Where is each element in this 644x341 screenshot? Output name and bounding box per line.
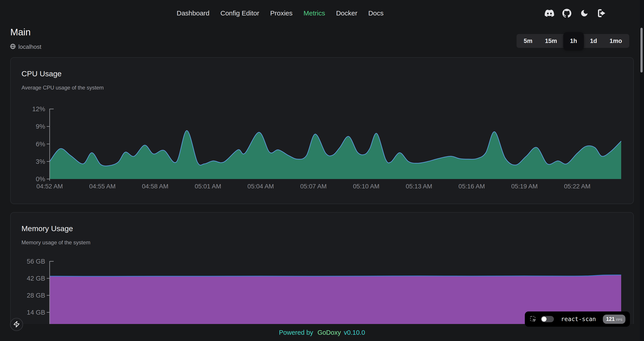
nav-item-docs[interactable]: Docs: [368, 10, 384, 17]
time-range-15m[interactable]: 15m: [539, 34, 563, 48]
svg-text:05:22 AM: 05:22 AM: [564, 183, 590, 190]
zap-button[interactable]: [10, 318, 23, 331]
svg-text:9%: 9%: [36, 123, 45, 130]
github-icon[interactable]: [562, 9, 572, 18]
svg-text:42 GB: 42 GB: [27, 275, 45, 282]
svg-text:05:13 AM: 05:13 AM: [406, 183, 432, 190]
svg-text:04:52 AM: 04:52 AM: [36, 183, 63, 190]
nav-item-docker[interactable]: Docker: [336, 10, 357, 17]
svg-text:0%: 0%: [36, 175, 45, 183]
footer-godoxy-link[interactable]: GoDoxy: [318, 329, 341, 336]
cpu-usage-chart: 12%9%6%3%0%04:52 AM04:55 AM04:58 AM05:01…: [14, 103, 630, 199]
theme-toggle-moon-icon[interactable]: [580, 9, 589, 18]
react-scan-toggle[interactable]: [541, 316, 554, 322]
scrollbar-thumb[interactable]: [640, 28, 643, 73]
svg-text:05:10 AM: 05:10 AM: [353, 183, 379, 190]
top-icon-bar: [545, 0, 606, 27]
react-scan-widget: react-scan 121 FPS: [525, 311, 630, 327]
cpu-card-title: CPU Usage: [22, 69, 62, 78]
cpu-card-subtitle: Average CPU usage of the system: [22, 85, 104, 91]
godoxy-metrics-page: Dashboard Config Editor Proxies Metrics …: [0, 0, 644, 341]
top-nav: Dashboard Config Editor Proxies Metrics …: [177, 0, 384, 27]
host-label: localhost: [18, 44, 41, 50]
memory-card-title: Memory Usage: [22, 224, 73, 233]
svg-text:04:58 AM: 04:58 AM: [142, 183, 168, 190]
discord-icon[interactable]: [545, 9, 554, 18]
globe-icon: [10, 44, 16, 50]
svg-text:05:01 AM: 05:01 AM: [195, 183, 221, 190]
toggle-knob: [542, 317, 546, 321]
fps-value: 121: [606, 316, 614, 322]
nav-item-config-editor[interactable]: Config Editor: [220, 10, 259, 17]
svg-text:56 GB: 56 GB: [27, 258, 45, 265]
nav-item-metrics[interactable]: Metrics: [304, 10, 325, 17]
host-row: localhost: [10, 44, 41, 50]
svg-text:12%: 12%: [32, 105, 45, 113]
logout-icon[interactable]: [597, 9, 606, 18]
time-range-5m[interactable]: 5m: [518, 34, 539, 48]
svg-text:3%: 3%: [36, 158, 45, 165]
svg-text:05:07 AM: 05:07 AM: [300, 183, 327, 190]
time-range-1d[interactable]: 1d: [584, 34, 604, 48]
svg-text:04:55 AM: 04:55 AM: [89, 183, 116, 190]
svg-text:05:19 AM: 05:19 AM: [511, 183, 538, 190]
page-title: Main: [10, 27, 31, 38]
svg-text:05:04 AM: 05:04 AM: [248, 183, 274, 190]
inspect-element-icon[interactable]: [529, 315, 537, 323]
time-range-1h[interactable]: 1h: [563, 32, 584, 50]
nav-item-dashboard[interactable]: Dashboard: [177, 10, 210, 17]
zap-icon: [13, 321, 20, 328]
nav-item-proxies[interactable]: Proxies: [270, 10, 292, 17]
svg-text:6%: 6%: [36, 141, 45, 148]
react-scan-label: react-scan: [558, 316, 599, 322]
svg-text:28 GB: 28 GB: [27, 292, 45, 299]
svg-text:14 GB: 14 GB: [27, 309, 45, 316]
fps-badge: 121 FPS: [603, 314, 626, 324]
svg-text:05:16 AM: 05:16 AM: [458, 183, 485, 190]
memory-card-subtitle: Memory usage of the system: [22, 239, 90, 246]
fps-unit: FPS: [616, 318, 622, 321]
time-range-selector: 5m 15m 1h 1d 1mo: [516, 34, 629, 48]
footer-version: v0.10.0: [344, 329, 365, 336]
time-range-1mo[interactable]: 1mo: [603, 34, 628, 48]
footer-powered-by: Powered by: [279, 329, 313, 336]
